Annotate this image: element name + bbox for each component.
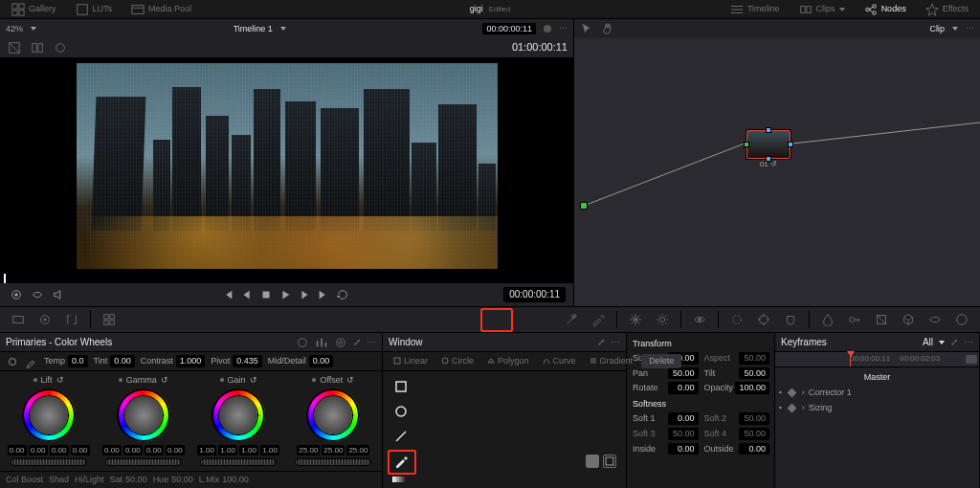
palette-picker-icon[interactable] bbox=[586, 309, 611, 330]
keyframes-playhead[interactable] bbox=[850, 352, 851, 366]
loop-icon[interactable] bbox=[334, 286, 351, 303]
node-graph[interactable]: 01 ↺ bbox=[574, 38, 980, 306]
keyframes-range-bar[interactable] bbox=[966, 355, 977, 364]
pivot-field[interactable]: Pivot0.435 bbox=[211, 355, 262, 367]
keyframes-expand-icon[interactable]: ⤢ bbox=[950, 337, 958, 348]
palette-snowflake-icon[interactable] bbox=[623, 309, 648, 330]
shape-row-circle[interactable] bbox=[389, 400, 620, 423]
tab-timeline[interactable]: Timeline bbox=[724, 1, 786, 18]
hilight-field[interactable]: Hi/Light bbox=[75, 475, 104, 485]
viewer-options-icon[interactable]: ⋯ bbox=[559, 24, 568, 34]
step-back-icon[interactable] bbox=[238, 286, 256, 303]
palette-window-icon[interactable] bbox=[724, 309, 749, 330]
opacity-field[interactable]: Opacity100.00 bbox=[704, 382, 770, 394]
shad-field[interactable]: Shad bbox=[49, 475, 69, 485]
window-options-icon[interactable]: ⋯ bbox=[611, 337, 620, 348]
play-icon[interactable] bbox=[277, 286, 294, 303]
soft3-field[interactable]: Soft 350.00 bbox=[633, 428, 699, 440]
kf-track-corrector[interactable]: • › Corrector 1 bbox=[779, 385, 975, 400]
kf-track-sizing[interactable]: • › Sizing bbox=[779, 400, 975, 415]
palette-sun-icon[interactable] bbox=[650, 309, 675, 330]
wintab-linear[interactable]: Linear bbox=[389, 354, 433, 368]
step-fwd-icon[interactable] bbox=[296, 286, 313, 303]
node-input-port[interactable] bbox=[744, 142, 749, 147]
color-node[interactable]: 01 ↺ bbox=[746, 130, 791, 159]
expand-icon[interactable]: ⤢ bbox=[353, 337, 361, 348]
palette-sizing-icon[interactable] bbox=[869, 309, 894, 330]
rotate-field[interactable]: Rotate0.00 bbox=[633, 382, 699, 394]
contrast-field[interactable]: Contrast1.000 bbox=[141, 355, 206, 367]
tab-effects[interactable]: Effects bbox=[920, 1, 974, 18]
palette-info-icon[interactable] bbox=[949, 309, 974, 330]
expand-icon[interactable]: • bbox=[779, 388, 782, 397]
shape-row-linear[interactable] bbox=[389, 375, 620, 398]
arrow-cursor-icon[interactable] bbox=[580, 22, 593, 35]
node-mode[interactable]: Clip bbox=[929, 24, 945, 34]
gamma-wheel[interactable] bbox=[117, 388, 170, 442]
viewer-zoom[interactable]: 42% bbox=[6, 24, 23, 34]
unmix-icon[interactable] bbox=[29, 286, 46, 303]
window-delete-button[interactable]: Delete bbox=[641, 354, 681, 368]
wintab-circle[interactable]: Circle bbox=[436, 354, 479, 368]
outside-field[interactable]: Outside0.00 bbox=[704, 443, 770, 455]
keyframe-diamond-icon[interactable] bbox=[787, 388, 796, 397]
tab-media-pool[interactable]: Media Pool bbox=[125, 1, 197, 18]
tab-nodes[interactable]: Nodes bbox=[858, 1, 912, 18]
bars-mode-icon[interactable] bbox=[315, 336, 328, 349]
palette-3d-icon[interactable] bbox=[896, 309, 921, 330]
lift-values[interactable]: 0.000.000.000.00 bbox=[8, 445, 90, 456]
shape-row-poly[interactable] bbox=[389, 425, 620, 448]
hue-field[interactable]: Hue50.00 bbox=[153, 475, 193, 485]
palette-blur-icon[interactable] bbox=[815, 309, 840, 330]
mask-outside-icon[interactable] bbox=[603, 455, 616, 468]
palette-scopes-icon[interactable] bbox=[923, 309, 947, 330]
temp-field[interactable]: Temp0.0 bbox=[44, 355, 88, 367]
sat-field[interactable]: Sat50.00 bbox=[110, 475, 147, 485]
gain-jog[interactable] bbox=[200, 458, 277, 466]
node-output-port[interactable] bbox=[788, 142, 793, 147]
wintab-gradient[interactable]: Gradient bbox=[585, 354, 638, 368]
palette-qualifier-icon[interactable] bbox=[687, 309, 712, 330]
panel-options-icon[interactable]: ⋯ bbox=[367, 337, 376, 348]
node-key-in-port[interactable] bbox=[766, 127, 771, 133]
viewer-scrubber[interactable] bbox=[0, 274, 573, 283]
tab-gallery[interactable]: Gallery bbox=[6, 1, 62, 18]
playhead-icon[interactable] bbox=[4, 274, 6, 283]
gamma-values[interactable]: 0.000.000.000.00 bbox=[102, 445, 185, 456]
viewer-title[interactable]: Timeline 1 bbox=[234, 24, 273, 34]
gallery-stills-icon[interactable] bbox=[6, 309, 31, 330]
palette-wand-icon[interactable] bbox=[559, 309, 584, 330]
go-end-icon[interactable] bbox=[315, 286, 332, 303]
window-expand-icon[interactable]: ⤢ bbox=[597, 337, 605, 348]
middetail-field[interactable]: Mid/Detail0.00 bbox=[268, 355, 334, 367]
soft1-field[interactable]: Soft 10.00 bbox=[633, 412, 699, 425]
wintab-polygon[interactable]: Polygon bbox=[482, 354, 534, 368]
highlight-icon[interactable] bbox=[52, 40, 69, 55]
wheels-mode-icon[interactable] bbox=[296, 336, 309, 349]
auto-balance-icon[interactable] bbox=[6, 355, 19, 368]
gain-wheel[interactable] bbox=[212, 388, 265, 442]
reset-icon[interactable]: ↺ bbox=[346, 375, 354, 386]
shot-match-icon[interactable] bbox=[59, 309, 84, 330]
transport-timecode[interactable]: 00:00:00:11 bbox=[503, 287, 566, 302]
auto-color-icon[interactable] bbox=[33, 309, 57, 330]
wintab-curve[interactable]: Curve bbox=[538, 354, 581, 368]
palette-key-icon[interactable] bbox=[842, 309, 867, 330]
log-mode-icon[interactable] bbox=[334, 336, 347, 349]
palette-tracker-icon[interactable] bbox=[751, 309, 776, 330]
node-options-icon[interactable]: ⋯ bbox=[966, 24, 974, 34]
lift-wheel[interactable] bbox=[22, 388, 76, 442]
offset-jog[interactable] bbox=[295, 458, 371, 466]
keyframes-ruler[interactable]: 00:00:00:11 00:00:02:03 bbox=[775, 352, 979, 367]
colboost-field[interactable]: Col Boost bbox=[6, 475, 43, 485]
tint-field[interactable]: Tint0.00 bbox=[94, 355, 135, 367]
stop-icon[interactable] bbox=[257, 286, 275, 303]
lift-jog[interactable] bbox=[11, 458, 87, 466]
mute-icon[interactable] bbox=[50, 286, 67, 303]
tilt-field[interactable]: Tilt50.00 bbox=[704, 367, 770, 380]
viewer-timecode-in[interactable]: 00:00:00:11 bbox=[482, 23, 536, 35]
aspect-field[interactable]: Aspect50.00 bbox=[704, 352, 770, 365]
reset-icon[interactable]: ↺ bbox=[161, 375, 168, 386]
hand-pan-icon[interactable] bbox=[601, 22, 614, 35]
reset-icon[interactable]: ↺ bbox=[56, 375, 64, 386]
